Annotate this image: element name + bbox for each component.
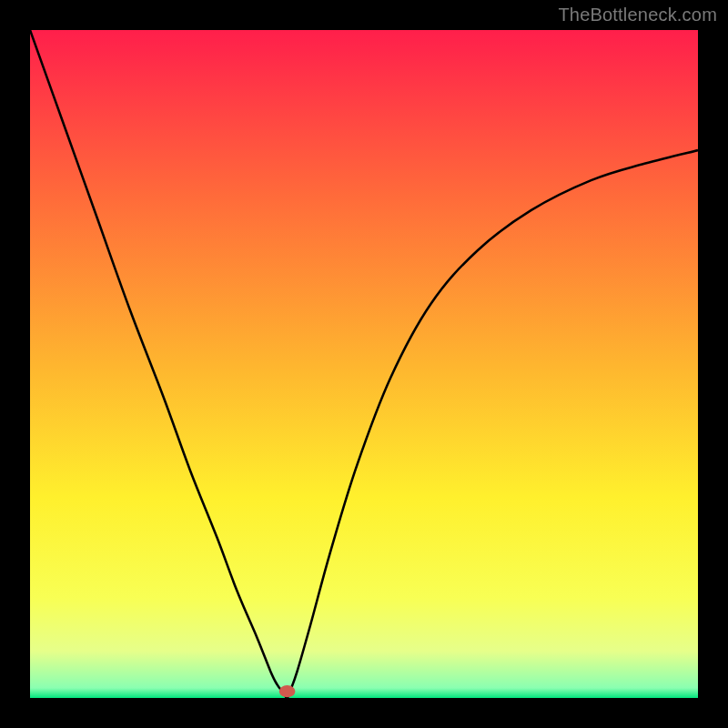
plot-area	[30, 30, 698, 698]
svg-point-1	[279, 685, 296, 697]
chart-frame: TheBottleneck.com	[0, 0, 728, 728]
chart-marker	[30, 30, 698, 698]
attribution-text: TheBottleneck.com	[558, 5, 717, 25]
